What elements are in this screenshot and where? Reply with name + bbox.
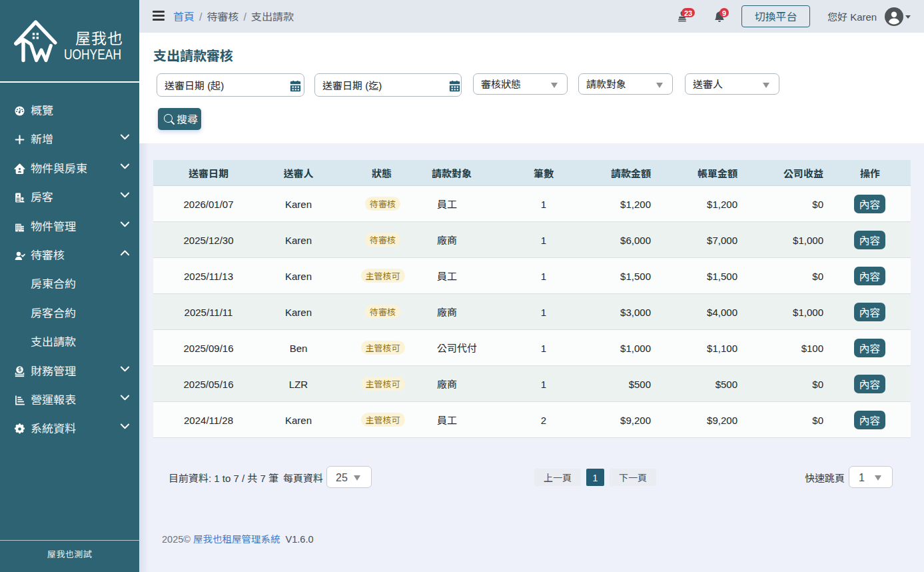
- svg-text:$: $: [18, 366, 21, 373]
